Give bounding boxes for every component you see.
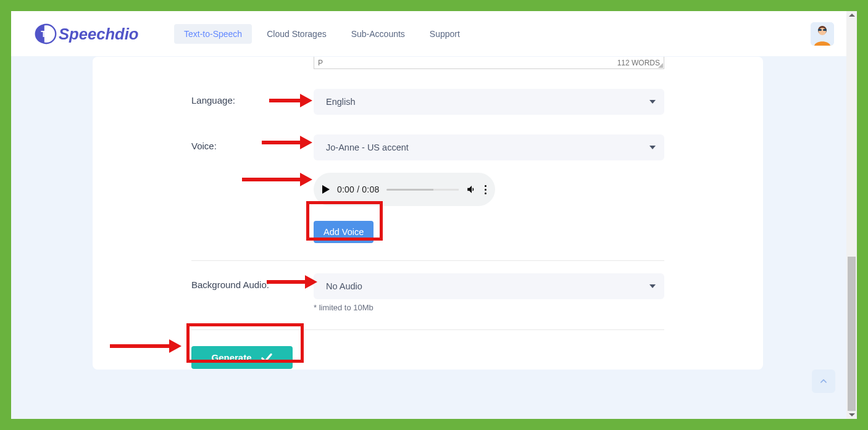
word-count: 112 WORDS bbox=[617, 59, 660, 67]
more-icon[interactable] bbox=[485, 185, 486, 194]
nav-support[interactable]: Support bbox=[420, 24, 470, 44]
form-card: P 112 WORDS Language: English Voice: Jo-… bbox=[93, 57, 763, 370]
nav-cloud-storages[interactable]: Cloud Storages bbox=[257, 24, 336, 44]
svg-point-5 bbox=[819, 28, 826, 35]
generate-label: Generate bbox=[211, 352, 251, 363]
divider bbox=[191, 260, 664, 261]
scrollbar[interactable] bbox=[846, 11, 857, 419]
play-icon[interactable] bbox=[322, 185, 330, 194]
editor-status-bar: P 112 WORDS bbox=[314, 57, 664, 69]
bgaudio-select[interactable]: No Audio bbox=[314, 273, 664, 299]
language-label: Language: bbox=[191, 89, 314, 105]
bgaudio-value: No Audio bbox=[326, 281, 362, 291]
scroll-down-icon[interactable] bbox=[849, 413, 855, 416]
svg-text:T: T bbox=[41, 28, 46, 38]
divider bbox=[191, 329, 664, 330]
nav-sub-accounts[interactable]: Sub-Accounts bbox=[341, 24, 415, 44]
brand-logo[interactable]: T Speechdio bbox=[23, 22, 153, 46]
nav-text-to-speech[interactable]: Text-to-Speech bbox=[174, 24, 252, 44]
voice-value: Jo-Anne - US accent bbox=[326, 143, 409, 152]
scrollbar-thumb[interactable] bbox=[848, 257, 856, 411]
top-nav: T Speechdio Text-to-Speech Cloud Storage… bbox=[11, 11, 846, 57]
bgaudio-hint: * limited to 10Mb bbox=[314, 303, 664, 312]
svg-text:Speechdio: Speechdio bbox=[59, 25, 138, 42]
chevron-down-icon bbox=[649, 284, 656, 288]
editor-status-char: P bbox=[318, 59, 323, 67]
nav-items: Text-to-Speech Cloud Storages Sub-Accoun… bbox=[174, 24, 470, 44]
chevron-down-icon bbox=[649, 146, 656, 149]
user-avatar[interactable] bbox=[811, 22, 834, 46]
check-icon bbox=[261, 353, 273, 363]
audio-player: 0:00 / 0:08 bbox=[314, 173, 495, 206]
add-voice-button[interactable]: Add Voice bbox=[314, 221, 373, 243]
chevron-up-icon bbox=[819, 377, 828, 386]
scroll-up-icon[interactable] bbox=[849, 14, 855, 17]
language-value: English bbox=[326, 97, 356, 107]
audio-time: 0:00 / 0:08 bbox=[337, 184, 379, 194]
scroll-to-top-button[interactable] bbox=[812, 370, 835, 393]
voice-label: Voice: bbox=[191, 134, 314, 151]
resize-handle-icon[interactable] bbox=[658, 63, 663, 68]
voice-select[interactable]: Jo-Anne - US accent bbox=[314, 134, 664, 160]
language-select[interactable]: English bbox=[314, 89, 664, 115]
svg-rect-6 bbox=[818, 29, 822, 31]
audio-progress[interactable] bbox=[386, 189, 459, 191]
bgaudio-label: Background Audio: bbox=[191, 273, 314, 290]
app-frame: T Speechdio Text-to-Speech Cloud Storage… bbox=[11, 11, 857, 419]
volume-icon[interactable] bbox=[466, 184, 477, 195]
svg-rect-7 bbox=[823, 29, 827, 31]
chevron-down-icon bbox=[649, 100, 656, 104]
generate-button[interactable]: Generate bbox=[191, 346, 293, 369]
